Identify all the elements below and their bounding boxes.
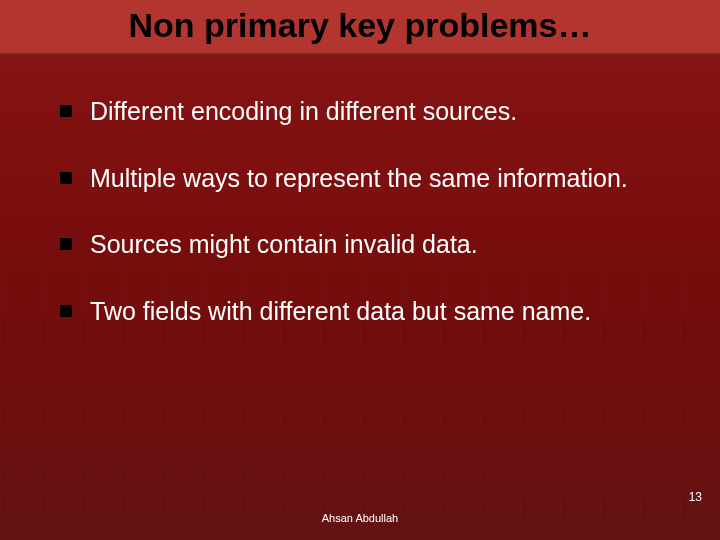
list-item: Sources might contain invalid data. xyxy=(60,228,660,261)
list-item: Multiple ways to represent the same info… xyxy=(60,162,660,195)
bullet-text: Sources might contain invalid data. xyxy=(90,228,478,261)
bullet-text: Different encoding in different sources. xyxy=(90,95,517,128)
bullet-text: Multiple ways to represent the same info… xyxy=(90,162,628,195)
bullet-text: Two fields with different data but same … xyxy=(90,295,591,328)
slide-content: Different encoding in different sources.… xyxy=(0,55,720,327)
square-bullet-icon xyxy=(60,305,72,317)
square-bullet-icon xyxy=(60,238,72,250)
page-number: 13 xyxy=(689,490,702,504)
square-bullet-icon xyxy=(60,172,72,184)
list-item: Different encoding in different sources. xyxy=(60,95,660,128)
list-item: Two fields with different data but same … xyxy=(60,295,660,328)
square-bullet-icon xyxy=(60,105,72,117)
footer-author: Ahsan Abdullah xyxy=(322,512,398,524)
title-bar: Non primary key problems… xyxy=(0,0,720,55)
slide-title: Non primary key problems… xyxy=(30,6,690,45)
